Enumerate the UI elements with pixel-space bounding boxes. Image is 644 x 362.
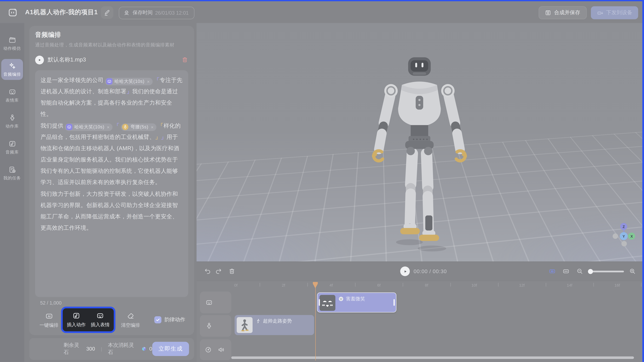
redo-icon[interactable] — [215, 268, 222, 275]
deploy-to-device-button[interactable]: 下发到设备 — [591, 7, 638, 19]
playhead-line[interactable] — [315, 287, 316, 361]
zoom-out-icon[interactable] — [576, 268, 583, 275]
robot-face-icon — [106, 78, 112, 85]
sidebar-item-expression-lib[interactable]: 表情库 — [1, 85, 23, 106]
audio-file-row: 默认名称1.mp3 — [35, 54, 188, 65]
timeline: 0f2f4f6f8f10f12f14f16f 害羞微笑 — [196, 281, 642, 362]
undo-icon[interactable] — [204, 268, 211, 275]
eraser-icon — [126, 312, 134, 320]
action-tag[interactable]: 弯腰(5s) × — [121, 123, 156, 131]
delete-clip-icon[interactable] — [228, 268, 236, 275]
deploy-label: 下发到设备 — [606, 9, 632, 17]
ruler-label: 16f — [614, 283, 620, 287]
speaker-icon[interactable] — [218, 346, 225, 354]
action-track-header — [200, 315, 231, 337]
tag-label: 弯腰(5s) — [130, 124, 148, 130]
divider: | — [101, 346, 102, 351]
audio-file-name: 默认名称1.mp3 — [48, 56, 86, 64]
sidebar-item-label: 音频库 — [6, 150, 19, 155]
clip-right-handle[interactable] — [394, 299, 395, 306]
ruler-label: 10f — [472, 283, 477, 287]
dial-icon[interactable] — [204, 346, 212, 354]
expression-tag[interactable]: 哈哈大笑(10s) × — [105, 78, 153, 85]
ruler-tick — [546, 283, 546, 287]
sidebar-item-my-tasks[interactable]: 我的任务 — [1, 163, 23, 184]
sparkles-icon — [8, 62, 16, 70]
delete-audio-icon[interactable] — [182, 57, 188, 63]
sidebar-item-motion-mimic[interactable]: 动作模仿 — [1, 33, 23, 54]
save-time-value: 26/01/03 12:01 — [155, 10, 188, 16]
annotation-highlight-box: 插入动作 插入表情 — [61, 307, 116, 333]
timeline-zoom-knob[interactable] — [588, 269, 593, 274]
timeline-play-button[interactable] — [400, 267, 410, 276]
tag-close-icon[interactable]: × — [146, 79, 150, 84]
ruler-tick — [403, 283, 403, 287]
insert-expression-button[interactable]: 插入表情 — [91, 312, 110, 328]
save-stamp-icon — [123, 10, 130, 16]
synthesize-save-label: 合成并保存 — [554, 9, 580, 17]
clip-left-handle[interactable] — [319, 299, 320, 306]
generate-now-button[interactable]: 立即生成 — [152, 342, 189, 356]
rename-project-button[interactable] — [101, 7, 113, 19]
timeline-zoom-slider[interactable] — [589, 271, 624, 272]
expression-bracket: 「 — [114, 123, 120, 129]
one-click-arrange-button[interactable]: AI 一键编排 — [37, 312, 61, 328]
action-clip[interactable]: 超帅走路姿势 — [234, 315, 314, 335]
auto-scroll-icon[interactable] — [549, 268, 556, 275]
sidebar-item-label: 动作模仿 — [3, 46, 21, 52]
editor-text: 这是一家全球领先的公司 — [40, 77, 104, 83]
sidebar-item-audio-lib[interactable]: 音频库 — [1, 137, 23, 158]
annotation-border-right — [642, 0, 644, 362]
ruler-label: 12f — [519, 283, 525, 287]
clear-arrange-label: 清空编排 — [121, 322, 140, 328]
robot-download-icon — [596, 10, 603, 16]
sidebar-item-audio-arrange[interactable]: 音频编排 — [1, 59, 23, 80]
audio-track-header — [200, 339, 231, 360]
project-title: A1机器人动作-我的项目1 — [25, 9, 98, 17]
audio-play-button[interactable] — [35, 56, 44, 64]
horizontal-scrollbar[interactable] — [231, 356, 634, 359]
rhythm-motion-label: 韵律动作 — [164, 316, 185, 323]
script-editor[interactable]: 这是一家全球领先的公司 哈哈大笑(10s) ×「专注于先进机器人系统的设计、制造… — [35, 70, 188, 297]
music-box-icon — [8, 140, 16, 148]
tag-label: 哈哈大笑(10s) — [114, 78, 144, 85]
floppy-icon — [545, 10, 551, 16]
expression-bracket: 」 — [126, 88, 132, 95]
tag-close-icon[interactable]: × — [150, 125, 154, 130]
expression-clip[interactable]: 害羞微笑 — [317, 292, 396, 313]
fit-width-icon[interactable] — [562, 268, 570, 275]
playhead-pin[interactable] — [312, 282, 318, 288]
rhythm-checkbox[interactable] — [154, 316, 162, 323]
robot-face-icon — [66, 124, 72, 130]
top-bar: A1机器人动作-我的项目1 保存时间 26/01/03 12:01 合成并保存 … — [0, 2, 644, 23]
ruler-tick — [450, 283, 451, 287]
one-click-arrange-label: 一键编排 — [40, 322, 58, 328]
robot-model[interactable] — [369, 47, 470, 256]
action-clip-thumbnail — [237, 317, 252, 333]
insert-action-label: 插入动作 — [67, 322, 86, 328]
zoom-in-icon[interactable] — [629, 268, 636, 275]
rhythm-motion-toggle[interactable]: 韵律动作 — [154, 316, 185, 323]
tag-close-icon[interactable]: × — [106, 125, 110, 130]
sidebar-item-label: 我的任务 — [3, 175, 21, 181]
ruler-tick — [355, 283, 356, 287]
panel-subtitle: 通过音频处理，生成音频素材以及融合动作和表情的音频编排素材 — [35, 42, 174, 48]
sidebar-item-label: 音频编排 — [3, 72, 21, 78]
expression-tag[interactable]: 哈哈大笑(10s) × — [65, 123, 113, 131]
clear-arrange-button[interactable]: 清空编排 — [119, 312, 142, 328]
editor-paragraph: 我们提供 哈哈大笑(10s) ×「 弯腰(5s) ×「样化的产品组合，包括用于精… — [40, 120, 183, 188]
viewport-3d[interactable]: Z Y X — [196, 23, 642, 262]
synthesize-save-button[interactable]: 合成并保存 — [538, 7, 586, 19]
person-star-icon — [122, 124, 128, 130]
playback-bar: 00:00 / 00:30 — [196, 262, 642, 281]
app-window: A1机器人动作-我的项目1 保存时间 26/01/03 12:01 合成并保存 … — [0, 0, 644, 362]
insert-action-button[interactable]: 插入动作 — [67, 312, 86, 328]
sidebar-item-action-lib[interactable]: 动作库 — [1, 111, 23, 132]
editor-text: 我们致力于创新，大力投资于研发，以突破人机协作和机器学习的界限。创新机器人公司助… — [40, 191, 178, 231]
expression-track-icon — [205, 299, 213, 306]
cost-label: 本次消耗灵石 — [108, 342, 138, 356]
char-counter: 52 / 1,000 — [40, 300, 62, 305]
time-display: 00:00 / 00:30 — [414, 269, 447, 275]
clapper-icon — [8, 36, 16, 44]
insert-expression-icon — [96, 312, 104, 320]
